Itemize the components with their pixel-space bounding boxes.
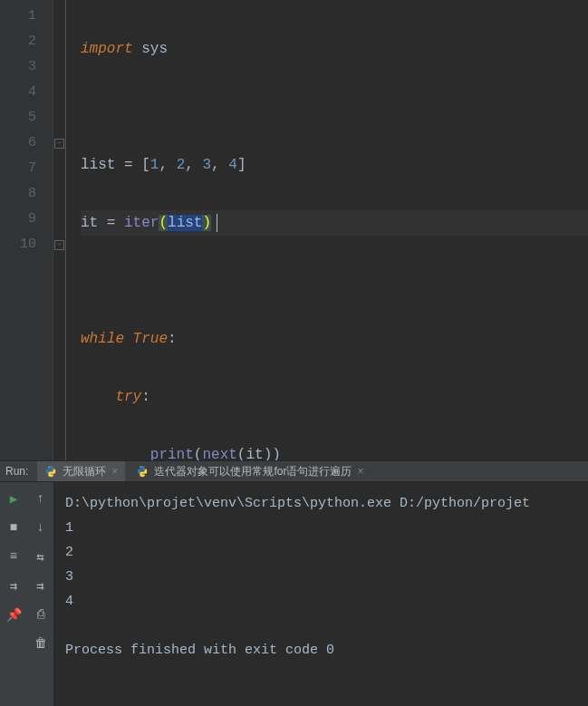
- run-tab-active[interactable]: 无限循环 ×: [37, 461, 125, 481]
- scroll-button[interactable]: ⇉: [32, 576, 50, 595]
- stop-icon: ■: [10, 520, 17, 535]
- line-number-gutter: 1 2 3 4 5 6 7 8 9 10: [0, 0, 53, 460]
- pin-button[interactable]: 📌: [5, 605, 23, 624]
- code-line: try:: [81, 384, 588, 410]
- close-icon[interactable]: ×: [111, 465, 118, 478]
- console-line: 1: [65, 520, 73, 536]
- layout-button[interactable]: ⇉: [5, 576, 23, 595]
- tab-label: 无限循环: [63, 464, 106, 479]
- text-caret: [217, 214, 217, 232]
- svg-point-2: [140, 467, 141, 468]
- run-toolbar: Run: 无限循环 × 迭代器对象可以使用常规for语句进行遍历 ×: [0, 460, 588, 482]
- run-tab[interactable]: 迭代器对象可以使用常规for语句进行遍历 ×: [129, 461, 371, 481]
- play-icon: ▶: [10, 491, 17, 507]
- line-number: 7: [0, 156, 36, 181]
- python-icon: [136, 465, 149, 478]
- down-button[interactable]: ↓: [32, 518, 50, 537]
- code-editor: 1 2 3 4 5 6 7 8 9 10 − − import sys list…: [0, 0, 588, 460]
- code-line: list = [1, 2, 3, 4]: [81, 152, 588, 178]
- tool-column-1: ▶ ■ ≡ ⇉ 📌: [0, 482, 27, 706]
- print-button[interactable]: ⎙: [32, 605, 50, 624]
- console-line: 3: [65, 569, 73, 585]
- line-number: 6: [0, 131, 36, 156]
- run-label: Run:: [5, 465, 28, 478]
- fold-end-icon[interactable]: −: [54, 240, 64, 250]
- console-exit: Process finished with exit code 0: [65, 643, 334, 658]
- console-command: D:\python\projet\venv\Scripts\python.exe…: [65, 496, 530, 511]
- tab-label: 迭代器对象可以使用常规for语句进行遍历: [154, 464, 352, 479]
- scroll-icon: ⇉: [36, 578, 43, 594]
- code-line: [81, 268, 588, 294]
- close-icon[interactable]: ×: [357, 465, 363, 478]
- tool-column-2: ↑ ↓ ⇆ ⇉ ⎙ 🗑: [27, 482, 54, 706]
- trash-button[interactable]: 🗑: [32, 634, 50, 653]
- line-number: 8: [0, 181, 36, 207]
- line-number: 1: [0, 4, 36, 29]
- code-line: while True:: [81, 326, 588, 352]
- stop-button[interactable]: ■: [5, 518, 23, 537]
- trash-icon: 🗑: [34, 636, 47, 651]
- rerun-button[interactable]: ▶: [5, 489, 23, 508]
- pause-button[interactable]: ≡: [5, 547, 23, 566]
- code-line: [81, 94, 588, 120]
- svg-point-1: [53, 475, 53, 476]
- line-number: 10: [0, 232, 36, 257]
- line-number: 4: [0, 80, 36, 105]
- down-icon: ↓: [36, 520, 43, 535]
- svg-point-3: [144, 475, 145, 476]
- code-line-current: it = iter(list): [81, 210, 588, 236]
- wrap-button[interactable]: ⇆: [32, 547, 50, 566]
- console-panel: ▶ ■ ≡ ⇉ 📌 ↑ ↓ ⇆ ⇉ ⎙ 🗑 D:\python\projet\v…: [0, 482, 588, 706]
- code-area[interactable]: import sys list = [1, 2, 3, 4] it = iter…: [66, 0, 588, 460]
- line-number: 3: [0, 54, 36, 80]
- print-icon: ⎙: [37, 607, 44, 622]
- python-icon: [44, 465, 57, 478]
- line-number: 2: [0, 29, 36, 54]
- up-button[interactable]: ↑: [32, 489, 50, 508]
- fold-column: − −: [53, 0, 66, 460]
- console-output[interactable]: D:\python\projet\venv\Scripts\python.exe…: [54, 482, 588, 706]
- pin-icon: 📌: [6, 607, 22, 623]
- layout-icon: ⇉: [10, 578, 17, 594]
- console-line: 2: [65, 545, 73, 560]
- fold-icon[interactable]: −: [54, 139, 64, 149]
- code-line: import sys: [81, 36, 588, 62]
- up-icon: ↑: [36, 491, 43, 506]
- line-number: 5: [0, 105, 36, 131]
- pause-icon: ≡: [10, 549, 17, 564]
- wrap-icon: ⇆: [36, 549, 43, 565]
- console-line: 4: [65, 594, 73, 609]
- line-number: 9: [0, 207, 36, 232]
- svg-point-0: [49, 467, 50, 468]
